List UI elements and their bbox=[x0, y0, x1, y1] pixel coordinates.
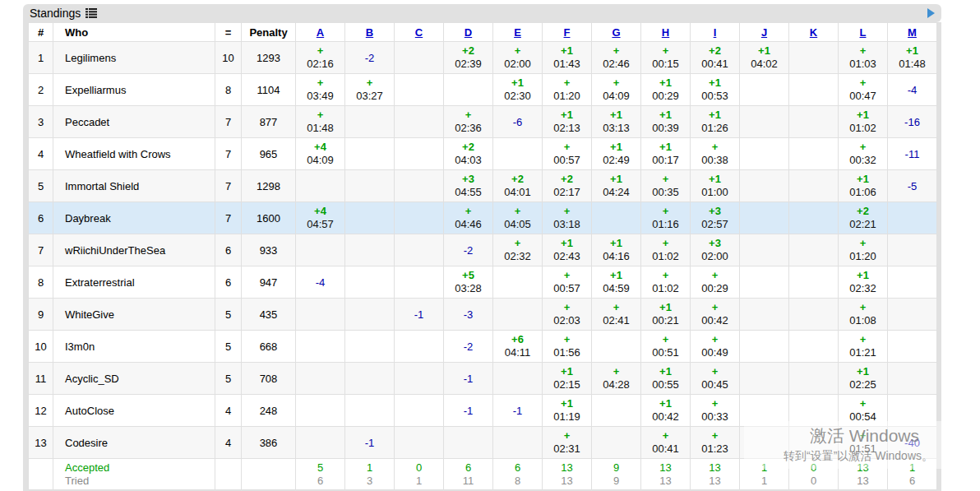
problem-cell-D: -2 bbox=[444, 234, 493, 266]
accepted-time: 02:25 bbox=[839, 378, 887, 391]
accepted-time: 04:09 bbox=[296, 154, 344, 167]
accepted-attempts: +1 bbox=[543, 44, 591, 58]
problem-cell-J bbox=[740, 106, 789, 138]
accepted-time: 00:53 bbox=[691, 90, 739, 103]
accepted-attempts: + bbox=[493, 237, 542, 250]
problem-cell-L: +202:21 bbox=[839, 202, 888, 234]
problem-cell-L: +102:32 bbox=[839, 266, 888, 299]
penalty-cell: 933 bbox=[242, 234, 296, 266]
problem-cell-G bbox=[592, 202, 641, 234]
standings-row: 2Expelliarmus81104+03:49+03:27+102:30+01… bbox=[29, 74, 937, 106]
problem-cell-B bbox=[345, 170, 395, 202]
problem-cell-E: +02:32 bbox=[493, 234, 543, 266]
problem-cell-C bbox=[395, 74, 444, 106]
tried-count: 13 bbox=[641, 475, 690, 488]
penalty-cell: 708 bbox=[242, 363, 296, 395]
standings-widget: Standings # Who = Penalty AB bbox=[23, 4, 941, 491]
standings-row: 5Immortal Shield71298+304:55+204:01+202:… bbox=[29, 170, 937, 202]
accepted-time: 00:35 bbox=[641, 186, 690, 199]
problem-cell-J bbox=[740, 202, 789, 234]
problem-link-L[interactable]: L bbox=[860, 26, 867, 39]
accepted-time: 01:06 bbox=[839, 186, 887, 199]
accepted-attempts: +1 bbox=[641, 109, 690, 122]
solved-count: 7 bbox=[215, 202, 242, 234]
problem-cell-K bbox=[789, 74, 839, 106]
summary-cell-H: 1313 bbox=[641, 459, 691, 490]
penalty-cell: 877 bbox=[242, 106, 296, 138]
accepted-attempts: + bbox=[641, 205, 690, 218]
accepted-time: 00:17 bbox=[641, 154, 690, 167]
accepted-time: 04:02 bbox=[740, 58, 788, 71]
problem-link-M[interactable]: M bbox=[908, 26, 917, 39]
problem-link-G[interactable]: G bbox=[612, 26, 620, 39]
problem-link-J[interactable]: J bbox=[761, 26, 767, 39]
tried-count: 6 bbox=[296, 475, 344, 488]
problem-link-E[interactable]: E bbox=[514, 26, 521, 39]
list-view-icon[interactable] bbox=[86, 8, 97, 18]
problem-link-F[interactable]: F bbox=[564, 26, 571, 39]
standings-row: 3Peccadet7877+01:48+02:36-6+102:13+103:1… bbox=[29, 106, 937, 138]
accepted-attempts: + bbox=[641, 173, 690, 186]
summary-cell-F: 1313 bbox=[543, 459, 592, 490]
problem-cell-C: -1 bbox=[395, 299, 444, 331]
rank-cell: 6 bbox=[29, 202, 53, 234]
problem-cell-L: +101:06 bbox=[839, 170, 888, 202]
problem-cell-I: +100:53 bbox=[691, 74, 740, 106]
standings-row: 4Wheatfield with Crows7965+404:09+204:03… bbox=[29, 138, 937, 170]
problem-link-H[interactable]: H bbox=[662, 26, 669, 39]
problem-column-header-M: M bbox=[888, 23, 937, 42]
accepted-time: 00:39 bbox=[641, 122, 690, 135]
accepted-time: 02:15 bbox=[543, 378, 591, 391]
problem-link-A[interactable]: A bbox=[317, 26, 324, 39]
accepted-attempts: +1 bbox=[641, 141, 690, 154]
problem-cell-K bbox=[789, 299, 839, 331]
accepted-time: 00:41 bbox=[641, 442, 690, 456]
problem-cell-C bbox=[395, 427, 444, 459]
team-name: Daybreak bbox=[53, 202, 215, 234]
accepted-attempts: + bbox=[839, 237, 887, 250]
problem-cell-K bbox=[789, 266, 839, 299]
summary-cell-K: 00 bbox=[789, 459, 839, 490]
accepted-time: 04:11 bbox=[493, 346, 542, 359]
accepted-attempts: +1 bbox=[592, 269, 640, 282]
accepted-attempts: +3 bbox=[691, 237, 739, 250]
problem-cell-A bbox=[296, 234, 345, 266]
expand-arrow-icon[interactable] bbox=[927, 8, 935, 18]
accepted-attempts: + bbox=[691, 269, 739, 282]
standings-table-body: 1Legilimens101293+02:16-2+202:39+02:00+1… bbox=[29, 42, 937, 459]
accepted-time: 00:47 bbox=[839, 90, 887, 103]
standings-table: # Who = Penalty ABCDEFGHIJKLM 1Legilimen… bbox=[28, 22, 937, 490]
rejected-attempts: -11 bbox=[888, 148, 936, 160]
accepted-time: 00:41 bbox=[691, 58, 739, 71]
rejected-attempts: -3 bbox=[444, 308, 492, 321]
problem-link-I[interactable]: I bbox=[714, 26, 717, 39]
problem-cell-K bbox=[789, 170, 839, 202]
accepted-count: 0 bbox=[789, 461, 838, 475]
problem-link-D[interactable]: D bbox=[465, 26, 472, 39]
rejected-attempts: -1 bbox=[493, 405, 542, 417]
penalty-cell: 947 bbox=[242, 266, 296, 299]
team-name: Expelliarmus bbox=[53, 74, 215, 106]
problem-link-K[interactable]: K bbox=[810, 26, 817, 39]
accepted-count: 13 bbox=[691, 461, 739, 475]
problem-cell-J bbox=[740, 299, 789, 331]
accepted-attempts: +1 bbox=[592, 109, 640, 122]
accepted-attempts: +2 bbox=[543, 173, 591, 186]
summary-cell-E: 68 bbox=[493, 459, 543, 490]
accepted-time: 01:20 bbox=[543, 90, 591, 103]
problem-cell-M bbox=[888, 266, 937, 299]
accepted-time: 04:03 bbox=[444, 154, 492, 167]
accepted-attempts: + bbox=[839, 397, 887, 410]
rejected-attempts: -4 bbox=[296, 276, 344, 289]
problem-cell-J bbox=[740, 266, 789, 299]
problem-cell-A bbox=[296, 299, 345, 331]
accepted-time: 03:28 bbox=[444, 282, 492, 295]
accepted-attempts: +1 bbox=[691, 173, 739, 186]
problem-link-B[interactable]: B bbox=[366, 26, 373, 39]
tried-label: Tried bbox=[65, 475, 215, 488]
problem-cell-G: +103:13 bbox=[592, 106, 641, 138]
problem-cell-K bbox=[789, 234, 839, 266]
who-column-header: Who bbox=[53, 23, 215, 42]
problem-link-C[interactable]: C bbox=[415, 26, 423, 39]
accepted-attempts: + bbox=[839, 141, 887, 154]
